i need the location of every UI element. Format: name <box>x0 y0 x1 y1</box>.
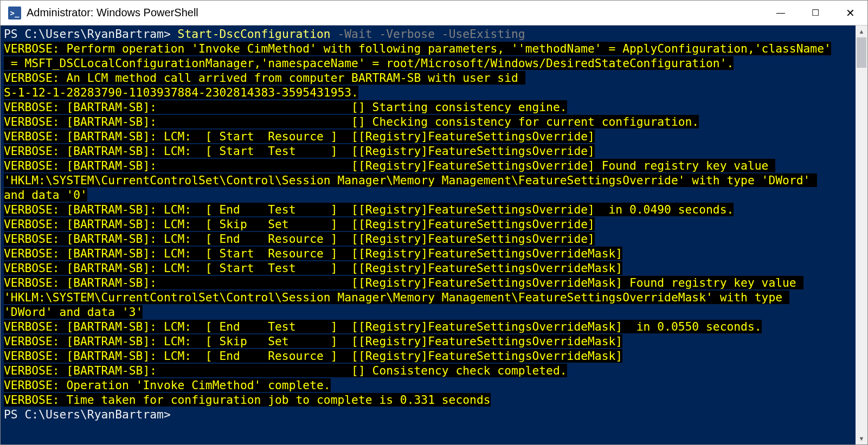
verbose-line: 'HKLM:\SYSTEM\CurrentControlSet\Control\… <box>4 291 789 304</box>
verbose-line: = MSFT_DSCLocalConfigurationManager,'nam… <box>4 56 734 70</box>
verbose-line: VERBOSE: [BARTRAM-SB]: [] Consistency ch… <box>4 364 567 377</box>
scroll-down-button[interactable]: ▼ <box>856 433 867 444</box>
prompt-gt: > <box>164 27 178 41</box>
command-args: -Wait -Verbose -UseExisting <box>331 27 525 41</box>
scroll-up-button[interactable]: ▲ <box>856 25 867 37</box>
verbose-line: VERBOSE: [BARTRAM-SB]: LCM: [ Start Test… <box>4 144 595 158</box>
verbose-line: VERBOSE: [BARTRAM-SB]: LCM: [ End Resour… <box>4 232 595 246</box>
verbose-line: VERBOSE: Operation 'Invoke CimMethod' co… <box>4 378 331 392</box>
verbose-line: VERBOSE: [BARTRAM-SB]: LCM: [ Start Reso… <box>4 247 622 260</box>
verbose-line: VERBOSE: [BARTRAM-SB]: [[Registry]Featur… <box>4 276 803 289</box>
powershell-window: >_ Administrator: Windows PowerShell — ☐… <box>0 0 868 445</box>
verbose-line: VERBOSE: An LCM method call arrived from… <box>4 71 525 85</box>
verbose-line: VERBOSE: Time taken for configuration jo… <box>4 393 491 407</box>
maximize-button[interactable]: ☐ <box>798 1 833 25</box>
verbose-line: and data '0' <box>4 188 87 202</box>
verbose-line: VERBOSE: [BARTRAM-SB]: LCM: [ Skip Set ]… <box>4 334 622 348</box>
prompt-path: C:\Users\RyanBartram <box>24 27 163 41</box>
verbose-line: VERBOSE: [BARTRAM-SB]: [] Starting consi… <box>4 100 567 114</box>
scrollbar-thumb[interactable] <box>857 37 866 68</box>
powershell-icon: >_ <box>8 7 21 20</box>
vertical-scrollbar[interactable]: ▲ ▼ <box>856 25 867 444</box>
verbose-line: 'DWord' and data '3' <box>4 305 143 319</box>
command-name: Start-DscConfiguration <box>178 27 331 41</box>
minimize-button[interactable]: — <box>763 1 798 25</box>
close-button[interactable]: ✕ <box>833 1 867 25</box>
verbose-line: VERBOSE: [BARTRAM-SB]: [] Checking consi… <box>4 115 699 128</box>
verbose-line: VERBOSE: [BARTRAM-SB]: [[Registry]Featur… <box>4 159 775 172</box>
verbose-line: VERBOSE: [BARTRAM-SB]: LCM: [ Skip Set ]… <box>4 217 595 231</box>
prompt-ps: PS <box>4 408 24 421</box>
verbose-line: 'HKLM:\SYSTEM\CurrentControlSet\Control\… <box>4 173 817 187</box>
verbose-line: VERBOSE: Perform operation 'Invoke CimMe… <box>4 42 831 55</box>
prompt-ps: PS <box>4 27 24 41</box>
verbose-line: VERBOSE: [BARTRAM-SB]: LCM: [ Start Test… <box>4 261 622 275</box>
client-area: PS C:\Users\RyanBartram> Start-DscConfig… <box>1 25 867 444</box>
prompt-gt: > <box>164 408 178 421</box>
prompt-path: C:\Users\RyanBartram <box>24 408 163 421</box>
titlebar[interactable]: >_ Administrator: Windows PowerShell — ☐… <box>1 1 867 25</box>
verbose-line: VERBOSE: [BARTRAM-SB]: LCM: [ End Resour… <box>4 349 622 363</box>
window-title: Administrator: Windows PowerShell <box>27 7 763 19</box>
verbose-line: VERBOSE: [BARTRAM-SB]: LCM: [ Start Reso… <box>4 130 595 143</box>
window-controls: — ☐ ✕ <box>763 1 867 25</box>
verbose-line: VERBOSE: [BARTRAM-SB]: LCM: [ End Test ]… <box>4 320 762 333</box>
console-output[interactable]: PS C:\Users\RyanBartram> Start-DscConfig… <box>1 25 856 444</box>
verbose-line: S-1-12-1-28283790-1103937884-2302814383-… <box>4 86 358 99</box>
verbose-line: VERBOSE: [BARTRAM-SB]: LCM: [ End Test ]… <box>4 203 734 216</box>
